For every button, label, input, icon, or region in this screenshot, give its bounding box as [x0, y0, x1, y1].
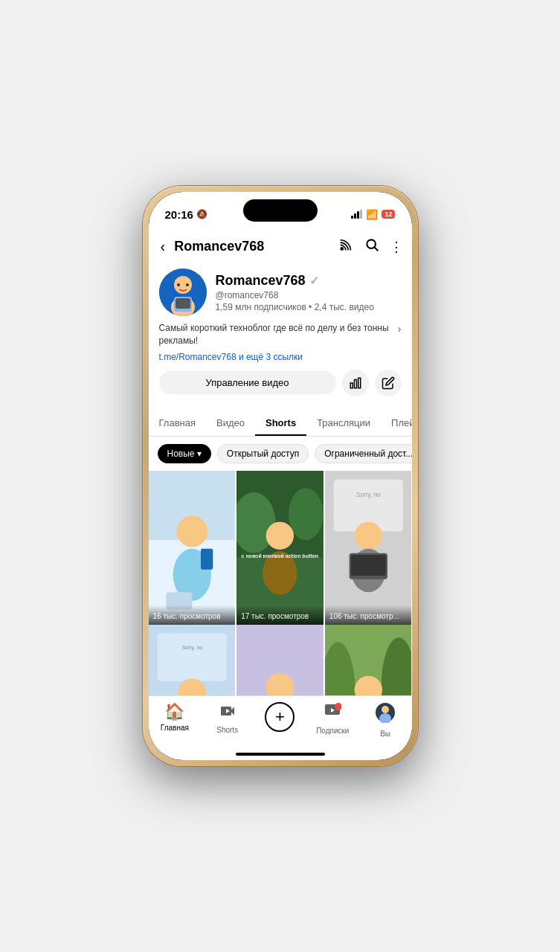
svg-rect-32: [351, 555, 386, 576]
avatar: [159, 268, 207, 316]
nav-you-label: Вы: [380, 730, 390, 738]
video-thumb-5[interactable]: [236, 625, 324, 695]
svg-rect-7: [176, 298, 190, 309]
filter-public[interactable]: Открытый доступ: [217, 444, 309, 463]
page-header: ‹ Romancev768: [149, 231, 412, 263]
home-icon: 🏠: [164, 702, 184, 721]
svg-rect-0: [340, 247, 343, 250]
nav-subscriptions-label: Подписки: [316, 727, 349, 735]
svg-point-29: [354, 521, 382, 549]
svg-point-1: [367, 239, 376, 248]
edit-icon[interactable]: [375, 370, 402, 396]
status-icons: 📶 12: [351, 209, 395, 220]
svg-rect-10: [350, 383, 353, 388]
channel-handle: @romancev768: [216, 290, 402, 300]
status-time: 20:16 🔕: [165, 208, 207, 221]
more-options-icon[interactable]: ⋮: [390, 239, 403, 255]
svg-rect-34: [157, 634, 226, 681]
bottom-nav: 🏠 Главная Shorts +: [149, 695, 412, 753]
dynamic-island: [243, 199, 318, 222]
svg-rect-12: [358, 378, 360, 388]
avatar-image: [159, 268, 207, 316]
nav-shorts[interactable]: Shorts: [201, 702, 254, 738]
search-icon[interactable]: [364, 237, 379, 256]
channel-info: Romancev768 ✓ @romancev768 1,59 млн подп…: [149, 263, 412, 410]
verified-icon: ✓: [309, 274, 319, 288]
video-thumb-3[interactable]: Sorry, no 106 тыс. просмотр...: [325, 471, 412, 625]
phone-screen: 20:16 🔕 📶 12 ‹ Romancev768: [149, 192, 412, 760]
home-indicator: [236, 753, 325, 756]
svg-text:Sorry, no: Sorry, no: [181, 645, 202, 651]
svg-point-9: [186, 283, 189, 286]
svg-point-15: [176, 515, 207, 547]
you-icon: [375, 702, 396, 727]
thumb-overlay-1: 16 тыс. просмотров: [149, 605, 236, 625]
nav-shorts-label: Shorts: [216, 726, 238, 734]
filter-row: Новые ▾ Открытый доступ Ограниченный дос…: [149, 437, 412, 471]
view-count-3: 106 тыс. просмотр...: [329, 612, 399, 620]
video-thumb-1[interactable]: 16 тыс. просмотров: [149, 471, 236, 625]
nav-home[interactable]: 🏠 Главная: [149, 702, 202, 738]
svg-point-55: [382, 706, 389, 713]
grid-row-2: Sorry, no: [149, 625, 412, 695]
svg-text:с новой кнопкой action button: с новой кнопкой action button: [242, 553, 319, 558]
back-button[interactable]: ‹: [158, 235, 169, 258]
add-button[interactable]: +: [265, 702, 295, 732]
tab-shorts[interactable]: Shorts: [255, 410, 306, 436]
page-title: Romancev768: [174, 239, 332, 254]
video-thumb-2[interactable]: с новой кнопкой action button 17 тыс. пр…: [236, 471, 324, 625]
nav-home-label: Главная: [161, 724, 189, 732]
channel-tabs: Главная Видео Shorts Трансляции Плейлис.…: [149, 410, 412, 437]
nav-subscriptions[interactable]: Подписки: [306, 702, 359, 738]
tab-home[interactable]: Главная: [149, 410, 206, 436]
video-thumb-4[interactable]: Sorry, no: [149, 625, 236, 695]
channel-name: Romancev768 ✓: [216, 273, 402, 289]
tab-playlists[interactable]: Плейлис...: [381, 410, 411, 436]
tab-videos[interactable]: Видео: [206, 410, 255, 436]
view-count-1: 16 тыс. просмотров: [153, 612, 221, 620]
subscriptions-icon: [324, 702, 341, 724]
tab-streams[interactable]: Трансляции: [306, 410, 381, 436]
phone-frame: 20:16 🔕 📶 12 ‹ Romancev768: [143, 186, 418, 766]
phone-inner: 20:16 🔕 📶 12 ‹ Romancev768: [149, 192, 412, 760]
header-icons: ⋮: [339, 237, 403, 256]
svg-rect-11: [354, 379, 356, 387]
action-row: Управление видео: [159, 370, 402, 396]
thumb-overlay-2: 17 тыс. просмотров: [236, 605, 324, 625]
svg-point-23: [266, 521, 294, 549]
bell-status-icon: 🔕: [196, 209, 207, 219]
svg-rect-17: [200, 548, 212, 569]
video-thumb-6[interactable]: [325, 625, 412, 695]
svg-text:Sorry, no: Sorry, no: [356, 491, 381, 498]
thumb-overlay-3: 106 тыс. просмотр...: [325, 605, 412, 625]
filter-new[interactable]: Новые ▾: [158, 444, 211, 463]
svg-line-2: [374, 248, 378, 251]
channel-description: Самый короткий техноблог где всё по делу…: [159, 322, 402, 347]
channel-stats: 1,59 млн подписчиков • 2,4 тыс. видео: [216, 302, 402, 312]
view-count-2: 17 тыс. просмотров: [241, 612, 309, 620]
grid-row-1: 16 тыс. просмотров: [149, 471, 412, 625]
battery-badge: 12: [382, 210, 395, 219]
shorts-grid: 16 тыс. просмотров: [149, 471, 412, 695]
shorts-icon: [219, 702, 236, 724]
channel-top: Romancev768 ✓ @romancev768 1,59 млн подп…: [159, 268, 402, 316]
expand-icon[interactable]: ›: [398, 322, 402, 337]
signal-icon: [351, 210, 362, 219]
time-display: 20:16: [165, 208, 193, 221]
analytics-icon[interactable]: [342, 370, 369, 396]
filter-limited[interactable]: Ограниченный дост...: [315, 444, 411, 463]
nav-add[interactable]: +: [254, 702, 306, 738]
cast-icon[interactable]: [339, 237, 354, 256]
channel-link[interactable]: t.me/Romancev768 и ещё 3 ссылки: [159, 352, 402, 362]
wifi-icon: 📶: [366, 209, 378, 220]
svg-point-22: [289, 488, 324, 540]
channel-meta: Romancev768 ✓ @romancev768 1,59 млн подп…: [216, 273, 402, 312]
nav-you[interactable]: Вы: [359, 702, 412, 738]
svg-point-8: [177, 283, 180, 286]
manage-video-button[interactable]: Управление видео: [159, 371, 336, 394]
